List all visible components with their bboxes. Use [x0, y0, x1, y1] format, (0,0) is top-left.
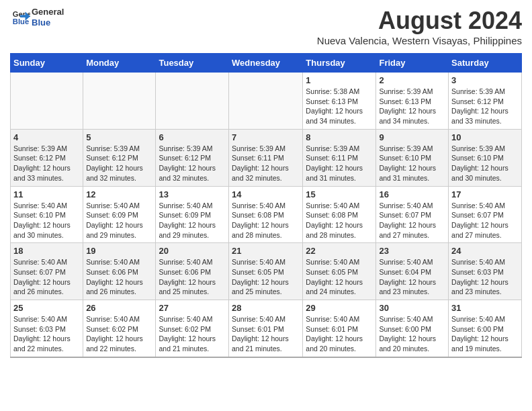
header-monday: Monday — [83, 54, 156, 73]
day-number: 21 — [232, 246, 300, 256]
calendar-week-row: 18Sunrise: 5:40 AMSunset: 6:07 PMDayligh… — [11, 243, 522, 300]
day-number: 19 — [86, 246, 152, 256]
calendar-cell: 20Sunrise: 5:40 AMSunset: 6:06 PMDayligh… — [156, 243, 229, 300]
calendar-cell: 1Sunrise: 5:38 AMSunset: 6:13 PMDaylight… — [303, 73, 376, 130]
day-info: Sunrise: 5:40 AMSunset: 6:00 PMDaylight:… — [451, 314, 519, 354]
day-number: 8 — [306, 132, 373, 142]
day-info: Sunrise: 5:39 AMSunset: 6:13 PMDaylight:… — [379, 87, 445, 126]
calendar-cell: 11Sunrise: 5:40 AMSunset: 6:10 PMDayligh… — [11, 186, 83, 243]
day-info: Sunrise: 5:40 AMSunset: 6:09 PMDaylight:… — [86, 201, 152, 240]
day-info: Sunrise: 5:39 AMSunset: 6:11 PMDaylight:… — [306, 144, 373, 183]
logo-icon: General Blue — [11, 8, 30, 27]
day-number: 15 — [306, 189, 373, 199]
day-info: Sunrise: 5:40 AMSunset: 6:06 PMDaylight:… — [159, 257, 226, 297]
calendar-cell — [11, 73, 83, 130]
day-info: Sunrise: 5:40 AMSunset: 6:08 PMDaylight:… — [232, 201, 300, 240]
calendar-cell: 13Sunrise: 5:40 AMSunset: 6:09 PMDayligh… — [156, 186, 229, 243]
day-number: 30 — [379, 303, 445, 313]
day-number: 24 — [451, 246, 519, 256]
day-info: Sunrise: 5:38 AMSunset: 6:13 PMDaylight:… — [306, 87, 373, 126]
calendar-week-row: 1Sunrise: 5:38 AMSunset: 6:13 PMDaylight… — [11, 73, 522, 130]
day-number: 6 — [159, 132, 226, 142]
day-info: Sunrise: 5:39 AMSunset: 6:12 PMDaylight:… — [86, 144, 152, 183]
day-info: Sunrise: 5:40 AMSunset: 6:02 PMDaylight:… — [159, 314, 226, 354]
day-info: Sunrise: 5:40 AMSunset: 6:01 PMDaylight:… — [306, 314, 373, 354]
calendar-cell: 3Sunrise: 5:39 AMSunset: 6:12 PMDaylight… — [449, 73, 522, 130]
day-info: Sunrise: 5:40 AMSunset: 6:03 PMDaylight:… — [451, 257, 519, 297]
day-number: 26 — [86, 303, 152, 313]
day-info: Sunrise: 5:40 AMSunset: 6:08 PMDaylight:… — [306, 201, 373, 240]
calendar-cell — [156, 73, 229, 130]
day-info: Sunrise: 5:40 AMSunset: 6:05 PMDaylight:… — [232, 257, 300, 297]
day-number: 22 — [306, 246, 373, 256]
calendar-cell: 22Sunrise: 5:40 AMSunset: 6:05 PMDayligh… — [303, 243, 376, 300]
calendar-cell: 10Sunrise: 5:39 AMSunset: 6:10 PMDayligh… — [449, 129, 522, 186]
day-info: Sunrise: 5:39 AMSunset: 6:10 PMDaylight:… — [451, 144, 519, 183]
calendar-cell: 9Sunrise: 5:39 AMSunset: 6:10 PMDaylight… — [376, 129, 449, 186]
calendar-header-row: SundayMondayTuesdayWednesdayThursdayFrid… — [11, 54, 522, 73]
calendar-cell: 23Sunrise: 5:40 AMSunset: 6:04 PMDayligh… — [376, 243, 449, 300]
calendar-cell: 29Sunrise: 5:40 AMSunset: 6:01 PMDayligh… — [303, 300, 376, 357]
day-number: 11 — [13, 189, 80, 199]
calendar-week-row: 11Sunrise: 5:40 AMSunset: 6:10 PMDayligh… — [11, 186, 522, 243]
header-wednesday: Wednesday — [229, 54, 303, 73]
day-info: Sunrise: 5:40 AMSunset: 6:00 PMDaylight:… — [379, 314, 445, 354]
day-number: 7 — [232, 132, 300, 142]
header-friday: Friday — [376, 54, 449, 73]
calendar-cell: 18Sunrise: 5:40 AMSunset: 6:07 PMDayligh… — [11, 243, 83, 300]
day-info: Sunrise: 5:40 AMSunset: 6:10 PMDaylight:… — [13, 201, 80, 240]
day-info: Sunrise: 5:39 AMSunset: 6:12 PMDaylight:… — [13, 144, 80, 183]
day-number: 9 — [379, 132, 445, 142]
calendar-cell: 17Sunrise: 5:40 AMSunset: 6:07 PMDayligh… — [449, 186, 522, 243]
calendar-cell: 15Sunrise: 5:40 AMSunset: 6:08 PMDayligh… — [303, 186, 376, 243]
day-number: 3 — [451, 75, 519, 85]
day-number: 2 — [379, 75, 445, 85]
day-number: 23 — [379, 246, 445, 256]
day-info: Sunrise: 5:39 AMSunset: 6:12 PMDaylight:… — [451, 87, 519, 126]
day-number: 18 — [13, 246, 80, 256]
day-info: Sunrise: 5:39 AMSunset: 6:10 PMDaylight:… — [379, 144, 445, 183]
calendar-cell: 30Sunrise: 5:40 AMSunset: 6:00 PMDayligh… — [376, 300, 449, 357]
day-number: 12 — [86, 189, 152, 199]
day-info: Sunrise: 5:40 AMSunset: 6:03 PMDaylight:… — [13, 314, 80, 354]
day-number: 14 — [232, 189, 300, 199]
calendar-cell: 28Sunrise: 5:40 AMSunset: 6:01 PMDayligh… — [229, 300, 303, 357]
calendar-cell: 7Sunrise: 5:39 AMSunset: 6:11 PMDaylight… — [229, 129, 303, 186]
calendar-table: SundayMondayTuesdayWednesdayThursdayFrid… — [10, 53, 522, 358]
calendar-cell: 14Sunrise: 5:40 AMSunset: 6:08 PMDayligh… — [229, 186, 303, 243]
day-number: 25 — [13, 303, 80, 313]
day-info: Sunrise: 5:40 AMSunset: 6:07 PMDaylight:… — [13, 257, 80, 297]
calendar-cell: 4Sunrise: 5:39 AMSunset: 6:12 PMDaylight… — [11, 129, 83, 186]
day-number: 16 — [379, 189, 445, 199]
calendar-cell: 2Sunrise: 5:39 AMSunset: 6:13 PMDaylight… — [376, 73, 449, 130]
calendar-cell: 12Sunrise: 5:40 AMSunset: 6:09 PMDayligh… — [83, 186, 156, 243]
calendar-cell: 27Sunrise: 5:40 AMSunset: 6:02 PMDayligh… — [156, 300, 229, 357]
calendar-cell: 8Sunrise: 5:39 AMSunset: 6:11 PMDaylight… — [303, 129, 376, 186]
location-title: Nueva Valencia, Western Visayas, Philipp… — [317, 35, 522, 46]
calendar-cell: 5Sunrise: 5:39 AMSunset: 6:12 PMDaylight… — [83, 129, 156, 186]
day-info: Sunrise: 5:40 AMSunset: 6:09 PMDaylight:… — [159, 201, 226, 240]
day-number: 1 — [306, 75, 373, 85]
header-saturday: Saturday — [449, 54, 522, 73]
day-number: 5 — [86, 132, 152, 142]
logo-line1: General — [32, 7, 64, 17]
calendar-cell: 16Sunrise: 5:40 AMSunset: 6:07 PMDayligh… — [376, 186, 449, 243]
calendar-cell: 25Sunrise: 5:40 AMSunset: 6:03 PMDayligh… — [11, 300, 83, 357]
calendar-cell: 19Sunrise: 5:40 AMSunset: 6:06 PMDayligh… — [83, 243, 156, 300]
day-info: Sunrise: 5:40 AMSunset: 6:07 PMDaylight:… — [451, 201, 519, 240]
calendar-cell — [83, 73, 156, 130]
calendar-cell: 31Sunrise: 5:40 AMSunset: 6:00 PMDayligh… — [449, 300, 522, 357]
header-thursday: Thursday — [303, 54, 376, 73]
day-info: Sunrise: 5:39 AMSunset: 6:11 PMDaylight:… — [232, 144, 300, 183]
calendar-body: 1Sunrise: 5:38 AMSunset: 6:13 PMDaylight… — [11, 73, 522, 357]
day-number: 17 — [451, 189, 519, 199]
logo-line2: Blue — [32, 17, 64, 28]
header-sunday: Sunday — [11, 54, 83, 73]
day-number: 13 — [159, 189, 226, 199]
day-info: Sunrise: 5:40 AMSunset: 6:01 PMDaylight:… — [232, 314, 300, 354]
calendar-cell: 26Sunrise: 5:40 AMSunset: 6:02 PMDayligh… — [83, 300, 156, 357]
page-header: General Blue General Blue August 2024 Nu… — [10, 7, 522, 50]
calendar-week-row: 25Sunrise: 5:40 AMSunset: 6:03 PMDayligh… — [11, 300, 522, 357]
day-number: 4 — [13, 132, 80, 142]
day-info: Sunrise: 5:40 AMSunset: 6:05 PMDaylight:… — [306, 257, 373, 297]
